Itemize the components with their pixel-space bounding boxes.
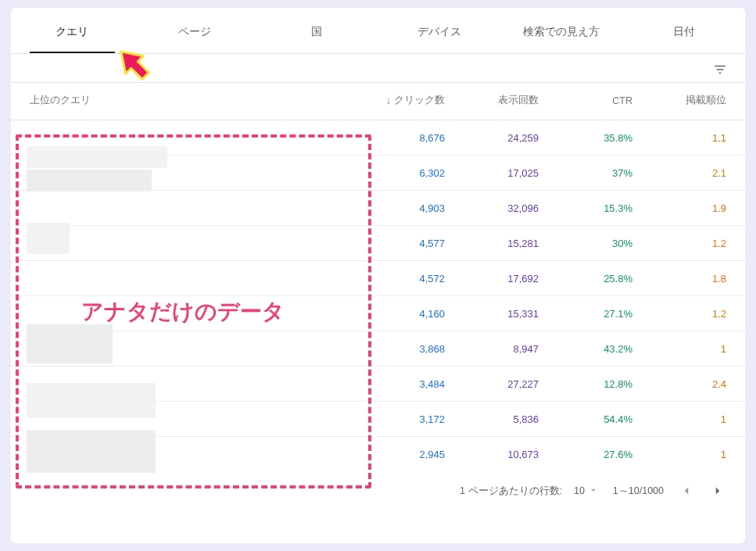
cell-position: 1.9 (632, 202, 726, 214)
table-row[interactable]: 4,90332,09615.3%1.9 (11, 191, 745, 226)
cell-clicks: 4,572 (351, 273, 445, 284)
censored-cell (27, 170, 152, 191)
cell-clicks: 4,903 (351, 202, 445, 214)
cell-ctr: 12.8% (539, 378, 632, 390)
cell-query (30, 306, 351, 321)
cell-impressions: 32,096 (445, 202, 539, 214)
censored-cell (27, 146, 167, 168)
pagination-range: 1～10/1000 (613, 485, 664, 498)
cell-ctr: 43.2% (539, 343, 632, 355)
dropdown-arrow-icon (588, 485, 599, 498)
cell-position: 1.8 (632, 273, 726, 284)
column-header-query[interactable]: 上位のクエリ (30, 94, 351, 107)
table-header: 上位のクエリ ↓ クリック数 表示回数 CTR 掲載順位 (11, 83, 745, 120)
cell-clicks: 2,945 (351, 449, 445, 460)
rows-per-page[interactable]: 1 ページあたりの行数: 10 (460, 485, 599, 498)
cell-clicks: 4,577 (351, 238, 445, 249)
sort-arrow-down-icon: ↓ (386, 95, 391, 106)
column-header-clicks-label: クリック数 (394, 94, 445, 107)
tab-5[interactable]: 日付 (623, 8, 746, 53)
table-row[interactable]: 4,57715,28130%1.2 (11, 226, 745, 261)
cell-impressions: 17,025 (445, 167, 539, 179)
cell-ctr: 27.1% (539, 308, 632, 320)
cell-ctr: 25.8% (539, 273, 632, 284)
cell-query (30, 270, 351, 286)
cell-position: 1 (632, 343, 726, 355)
cell-impressions: 10,673 (445, 449, 539, 460)
table-row[interactable]: 4,57217,69225.8%1.8 (11, 261, 745, 296)
column-header-position[interactable]: 掲載順位 (632, 94, 726, 107)
censored-cell (27, 324, 113, 363)
cell-clicks: 8,676 (351, 132, 445, 144)
censored-cell (27, 383, 156, 418)
cell-impressions: 8,947 (445, 343, 539, 355)
cell-clicks: 3,484 (351, 378, 445, 390)
column-header-clicks[interactable]: ↓ クリック数 (351, 94, 445, 107)
cell-impressions: 5,836 (445, 413, 539, 425)
cell-position: 2.1 (632, 167, 726, 179)
cell-position: 1 (632, 449, 726, 460)
cell-ctr: 35.8% (539, 132, 632, 144)
cell-clicks: 3,172 (351, 413, 445, 425)
cell-query (30, 235, 351, 251)
rows-per-page-label: 1 ページあたりの行数: (460, 485, 562, 498)
cell-clicks: 3,868 (351, 343, 445, 355)
table-row[interactable]: 3,8688,94743.2%1 (11, 331, 745, 367)
cell-ctr: 54.4% (539, 413, 632, 425)
column-header-ctr[interactable]: CTR (539, 95, 632, 106)
cell-query (30, 130, 351, 145)
column-header-impressions[interactable]: 表示回数 (445, 94, 539, 107)
cell-position: 1 (632, 413, 726, 425)
cell-position: 1.2 (632, 308, 726, 320)
cell-ctr: 27.6% (539, 449, 632, 460)
table-row[interactable]: 4,16015,33127.1%1.2 (11, 296, 745, 331)
prev-page-button[interactable] (678, 482, 695, 499)
next-page-button[interactable] (709, 482, 726, 499)
tab-0[interactable]: クエリ (11, 8, 134, 53)
cell-position: 1.1 (632, 132, 726, 144)
cell-ctr: 30% (539, 238, 632, 249)
cell-impressions: 17,692 (445, 273, 539, 284)
cell-clicks: 4,160 (351, 308, 445, 320)
cell-ctr: 15.3% (539, 202, 632, 214)
tab-1[interactable]: ページ (134, 8, 256, 53)
filter-icon[interactable] (712, 62, 728, 77)
cell-impressions: 15,281 (445, 238, 539, 249)
cell-impressions: 24,259 (445, 132, 539, 144)
pagination: 1 ページあたりの行数: 10 1～10/1000 (11, 471, 745, 503)
cell-position: 2.4 (632, 378, 726, 390)
censored-cell (27, 430, 156, 473)
censored-cell (27, 223, 70, 254)
cell-impressions: 15,331 (445, 308, 539, 320)
cell-ctr: 37% (539, 167, 632, 179)
cell-position: 1.2 (632, 238, 726, 249)
tab-2[interactable]: 国 (256, 8, 378, 53)
rows-per-page-value: 10 (574, 485, 585, 496)
tab-3[interactable]: デバイス (378, 8, 501, 53)
tab-4[interactable]: 検索での見え方 (500, 8, 623, 53)
filter-bar (11, 54, 745, 83)
cell-clicks: 6,302 (351, 167, 445, 179)
tabs: クエリページ国デバイス検索での見え方日付 (11, 8, 745, 54)
cell-query (30, 200, 351, 216)
report-card: クエリページ国デバイス検索での見え方日付 上位のクエリ ↓ クリック数 表示回数… (11, 8, 745, 543)
cell-impressions: 27,227 (445, 378, 539, 390)
